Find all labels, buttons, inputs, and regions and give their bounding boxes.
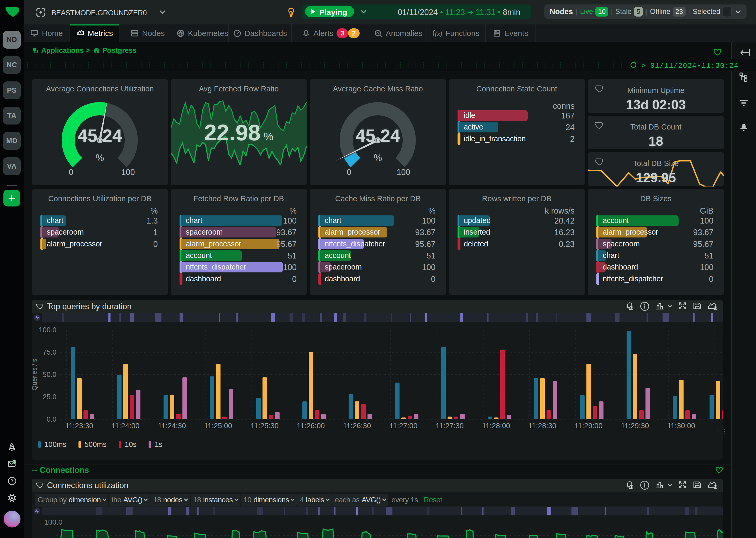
svg-text:11:24:00: 11:24:00 <box>112 422 140 430</box>
svg-text:75.0: 75.0 <box>42 348 57 356</box>
svg-text:11:27:30: 11:27:30 <box>436 422 464 430</box>
svg-text:11:28:30: 11:28:30 <box>528 422 556 430</box>
svg-text:11:29:00: 11:29:00 <box>575 422 603 430</box>
svg-text:50.0: 50.0 <box>42 371 57 379</box>
svg-text:25.0: 25.0 <box>42 393 57 401</box>
svg-text:11:25:00: 11:25:00 <box>204 422 232 430</box>
svg-text:Queries / s: Queries / s <box>32 359 38 391</box>
svg-text:100.0: 100.0 <box>39 326 57 334</box>
svg-text:11:27:00: 11:27:00 <box>390 422 418 430</box>
svg-text:11:26:00: 11:26:00 <box>297 422 325 430</box>
svg-text:11:25:30: 11:25:30 <box>251 422 279 430</box>
svg-text:11:30:00: 11:30:00 <box>667 422 695 430</box>
svg-text:11:24:30: 11:24:30 <box>158 422 186 430</box>
svg-text:0.0: 0.0 <box>46 415 57 423</box>
svg-text:11:29:30: 11:29:30 <box>621 422 649 430</box>
svg-text:11:28:00: 11:28:00 <box>482 422 510 430</box>
svg-text:11:23:30: 11:23:30 <box>65 422 93 430</box>
svg-text:11:26:30: 11:26:30 <box>343 422 371 430</box>
